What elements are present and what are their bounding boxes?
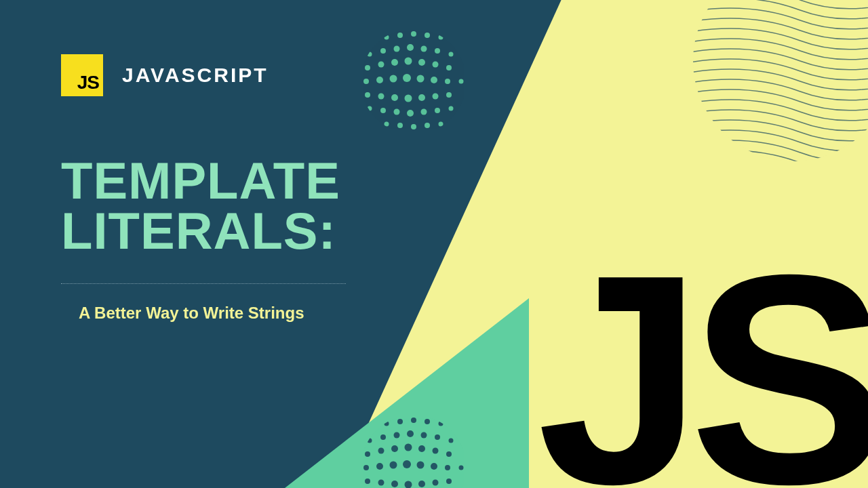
svg-point-65	[449, 439, 454, 443]
svg-point-82	[378, 480, 384, 486]
svg-point-31	[378, 94, 384, 100]
big-js-logo: JS	[537, 230, 868, 488]
svg-point-48	[425, 123, 430, 128]
header-title: JAVASCRIPT	[122, 64, 269, 87]
svg-point-10	[394, 46, 400, 52]
svg-point-63	[421, 432, 427, 439]
svg-point-78	[431, 463, 437, 470]
divider-line	[61, 283, 346, 284]
svg-point-19	[418, 59, 425, 66]
svg-point-55	[411, 418, 416, 423]
svg-point-17	[391, 59, 398, 66]
svg-point-20	[433, 62, 439, 68]
svg-point-70	[418, 445, 425, 452]
svg-point-83	[391, 481, 398, 487]
svg-point-30	[365, 92, 370, 98]
svg-point-71	[433, 448, 439, 454]
svg-point-59	[368, 439, 372, 443]
svg-point-68	[391, 445, 398, 452]
svg-point-87	[446, 479, 452, 484]
svg-point-80	[459, 466, 464, 470]
svg-point-50	[452, 120, 456, 124]
svg-point-26	[417, 75, 425, 83]
title-line-2: LITERALS:	[61, 206, 340, 256]
svg-point-57	[439, 422, 443, 426]
js-badge-text: JS	[77, 72, 99, 94]
svg-point-74	[376, 463, 383, 470]
svg-point-32	[391, 94, 398, 101]
svg-point-23	[376, 77, 383, 83]
svg-point-9	[380, 48, 386, 54]
svg-point-2	[384, 35, 389, 40]
svg-point-69	[405, 444, 412, 451]
main-title: TEMPLATE LITERALS:	[61, 156, 340, 257]
svg-point-52	[371, 425, 375, 429]
header-row: JS JAVASCRIPT	[61, 54, 269, 96]
svg-point-29	[459, 79, 464, 84]
svg-point-76	[403, 460, 411, 468]
svg-point-27	[431, 77, 437, 83]
svg-point-7	[452, 39, 456, 43]
svg-point-8	[368, 52, 372, 57]
js-logo-badge: JS	[61, 54, 103, 96]
svg-point-12	[421, 46, 427, 52]
svg-point-60	[380, 434, 386, 440]
svg-point-67	[378, 448, 384, 454]
subtitle: A Better Way to Write Strings	[79, 304, 304, 323]
svg-point-72	[446, 451, 452, 457]
svg-point-41	[421, 109, 427, 115]
svg-point-42	[435, 108, 440, 113]
svg-point-53	[384, 422, 389, 426]
svg-point-81	[365, 479, 370, 484]
svg-point-13	[435, 48, 440, 54]
svg-point-15	[365, 65, 370, 70]
svg-point-14	[449, 52, 454, 57]
title-line-1: TEMPLATE	[61, 156, 340, 206]
svg-point-49	[439, 122, 443, 127]
svg-point-24	[390, 75, 397, 83]
svg-point-38	[380, 108, 386, 113]
dotted-sphere-icon	[359, 413, 468, 488]
svg-point-11	[407, 44, 414, 51]
svg-point-84	[405, 481, 412, 489]
svg-point-79	[445, 465, 450, 470]
svg-point-75	[390, 462, 397, 469]
svg-point-77	[417, 462, 425, 469]
svg-point-5	[425, 33, 430, 38]
wave-circle-icon	[692, 0, 868, 163]
svg-point-1	[371, 39, 375, 43]
svg-point-85	[418, 481, 425, 487]
svg-point-39	[394, 109, 400, 115]
svg-point-6	[439, 35, 443, 40]
svg-point-61	[394, 432, 400, 439]
svg-point-35	[433, 94, 439, 100]
svg-point-73	[363, 465, 369, 470]
svg-point-45	[384, 122, 389, 127]
svg-point-64	[435, 434, 440, 440]
svg-point-18	[405, 58, 412, 65]
svg-point-58	[452, 425, 456, 429]
svg-point-37	[368, 106, 372, 111]
svg-point-22	[363, 79, 369, 84]
svg-point-4	[411, 31, 416, 37]
svg-point-40	[407, 110, 414, 117]
svg-point-86	[433, 480, 439, 486]
svg-point-3	[397, 33, 403, 38]
svg-point-33	[405, 95, 412, 102]
svg-point-46	[397, 123, 403, 128]
svg-point-36	[446, 92, 452, 98]
svg-point-47	[411, 124, 416, 129]
svg-point-28	[445, 79, 450, 84]
svg-point-56	[425, 419, 430, 424]
svg-point-25	[403, 74, 411, 82]
svg-point-54	[397, 419, 403, 424]
dotted-sphere-icon	[359, 27, 468, 136]
svg-point-62	[407, 430, 414, 437]
svg-point-43	[449, 106, 454, 111]
svg-point-21	[446, 65, 452, 70]
svg-point-16	[378, 62, 384, 68]
svg-point-34	[418, 94, 425, 101]
svg-point-44	[371, 120, 375, 124]
svg-point-66	[365, 451, 370, 457]
